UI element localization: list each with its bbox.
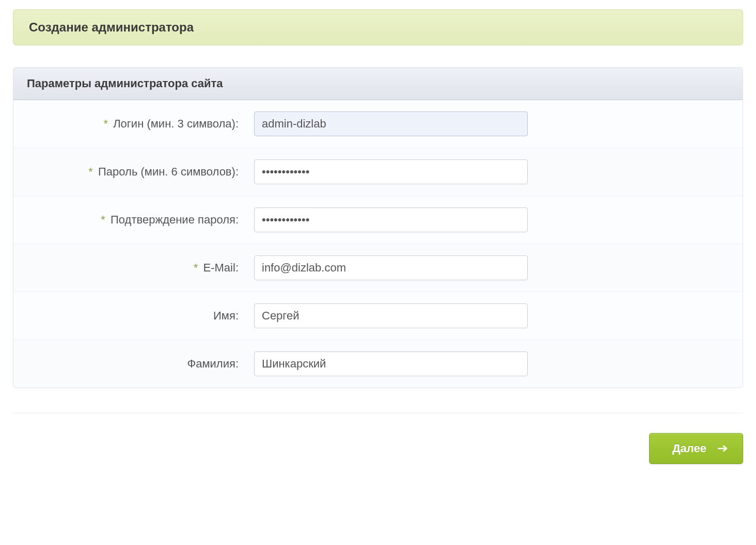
password-input[interactable] [254, 159, 528, 184]
required-marker: * [103, 117, 108, 130]
last-name-input[interactable] [254, 351, 528, 376]
page-title: Создание администратора [29, 20, 727, 35]
next-button-label: Далее [672, 442, 706, 455]
row-password: * Пароль (мин. 6 символов): [13, 148, 743, 196]
panel-title: Параметры администратора сайта [27, 77, 729, 90]
login-input[interactable] [254, 111, 528, 136]
required-marker: * [194, 261, 198, 274]
row-confirm: * Подтверждение пароля: [13, 196, 743, 244]
row-first-name: Имя: [13, 292, 743, 340]
row-login: * Логин (мин. 3 символа): [13, 100, 743, 148]
label-login: * Логин (мин. 3 символа): [27, 117, 254, 131]
row-last-name: Фамилия: [13, 340, 743, 388]
confirm-password-input[interactable] [254, 207, 528, 232]
label-first-name-text: Имя: [213, 309, 239, 322]
label-last-name-text: Фамилия: [187, 357, 239, 370]
row-email: * E-Mail: [13, 244, 743, 292]
first-name-input[interactable] [254, 303, 528, 328]
required-marker: * [101, 213, 105, 226]
next-button[interactable]: Далее [649, 433, 743, 464]
required-marker: * [88, 165, 93, 178]
email-input[interactable] [254, 255, 528, 280]
label-confirm-text: Подтверждение пароля: [111, 213, 239, 226]
label-confirm: * Подтверждение пароля: [27, 213, 254, 227]
label-password: * Пароль (мин. 6 символов): [27, 165, 254, 179]
arrow-right-icon [718, 445, 728, 452]
label-login-text: Логин (мин. 3 символа): [113, 117, 239, 130]
label-password-text: Пароль (мин. 6 символов): [98, 165, 239, 178]
page-title-bar: Создание администратора [13, 9, 743, 45]
label-last-name: Фамилия: [27, 357, 254, 371]
label-email: * E-Mail: [27, 261, 254, 275]
admin-params-panel: Параметры администратора сайта * Логин (… [13, 67, 743, 388]
panel-header: Параметры администратора сайта [13, 68, 743, 100]
label-email-text: E-Mail: [203, 261, 239, 274]
label-first-name: Имя: [27, 309, 254, 323]
footer: Далее [13, 413, 743, 464]
